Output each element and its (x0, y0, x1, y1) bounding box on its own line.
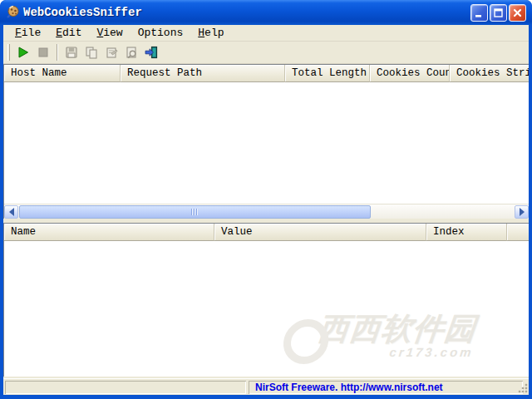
properties-icon (105, 46, 118, 59)
menu-file[interactable]: File (7, 26, 48, 41)
cookie-detail-table-header: Name Value Index (4, 224, 529, 241)
toolbar-grip (7, 44, 10, 61)
exit-door-icon (145, 46, 158, 59)
save-button[interactable] (62, 43, 81, 62)
status-pane-left (5, 381, 246, 394)
start-capture-button[interactable] (13, 43, 33, 62)
stop-capture-button[interactable] (33, 43, 53, 62)
horizontal-scrollbar[interactable] (4, 204, 529, 219)
watermark-main-text: 西西软件园 (317, 313, 478, 347)
column-header-value[interactable]: Value (214, 224, 426, 241)
maximize-button[interactable] (490, 4, 507, 22)
menu-bar: File Edit View Options Help (3, 25, 529, 42)
minimize-icon (474, 7, 485, 18)
close-button[interactable] (509, 4, 526, 22)
site-watermark: 西西软件园 cr173.com (280, 313, 478, 372)
cookie-detail-table-body[interactable]: 西西软件园 cr173.com (4, 241, 529, 377)
column-header-index[interactable]: Index (426, 224, 507, 241)
html-report-button[interactable] (121, 43, 141, 62)
copy-icon (85, 46, 98, 59)
scroll-right-arrow-icon (520, 208, 525, 216)
client-area: File Edit View Options Help (3, 25, 529, 395)
maximize-icon (493, 7, 504, 18)
play-icon (17, 46, 30, 59)
floppy-disk-icon (65, 46, 78, 59)
watermark-sub-text: cr173.com (389, 345, 475, 359)
close-icon (512, 7, 523, 18)
stop-icon (37, 46, 50, 59)
column-header-total-length[interactable]: Total Length (285, 65, 370, 82)
report-magnifier-icon (125, 46, 138, 59)
toolbar-separator (57, 44, 58, 61)
scroll-left-arrow-icon (9, 208, 14, 216)
scroll-left-button[interactable] (4, 205, 18, 219)
column-header-cookies-count[interactable]: Cookies Count (370, 65, 450, 82)
status-bar: NirSoft Freeware. http://www.nirsoft.net (3, 378, 529, 395)
column-header-cookies-string[interactable]: Cookies String (450, 65, 529, 82)
column-header-host-name[interactable]: Host Name (4, 65, 121, 82)
properties-button[interactable] (101, 43, 121, 62)
nirsoft-freeware-link[interactable]: NirSoft Freeware. http://www.nirsoft.net (255, 382, 443, 393)
window-title: WebCookiesSniffer (23, 6, 142, 19)
scroll-right-button[interactable] (515, 205, 529, 219)
menu-edit[interactable]: Edit (48, 26, 89, 41)
minimize-button[interactable] (470, 4, 488, 22)
column-header-blank (507, 224, 529, 241)
cookies-table-body[interactable] (4, 82, 529, 204)
status-pane-right: NirSoft Freeware. http://www.nirsoft.net (249, 381, 523, 394)
scrollbar-grip-icon (191, 209, 199, 215)
cookie-detail-table: Name Value Index 西西软件园 cr173.com (3, 223, 529, 377)
copy-button[interactable] (81, 43, 101, 62)
toolbar (3, 42, 529, 64)
resize-grip[interactable] (517, 382, 528, 393)
cookies-table-header: Host Name Request Path Total Length Cook… (4, 65, 529, 82)
menu-options[interactable]: Options (131, 26, 191, 41)
title-bar[interactable]: WebCookiesSniffer (0, 0, 532, 25)
watermark-logo-icon (281, 319, 331, 364)
exit-button[interactable] (141, 43, 161, 62)
column-header-name[interactable]: Name (4, 224, 214, 241)
cookies-table: Host Name Request Path Total Length Cook… (3, 64, 529, 219)
menu-view[interactable]: View (89, 26, 130, 41)
app-window: WebCookiesSniffer File Edit View Options… (0, 0, 532, 399)
menu-help[interactable]: Help (190, 26, 231, 41)
column-header-request-path[interactable]: Request Path (121, 65, 285, 82)
app-cookie-sniffer-icon (5, 5, 20, 20)
scrollbar-thumb[interactable] (19, 205, 371, 219)
